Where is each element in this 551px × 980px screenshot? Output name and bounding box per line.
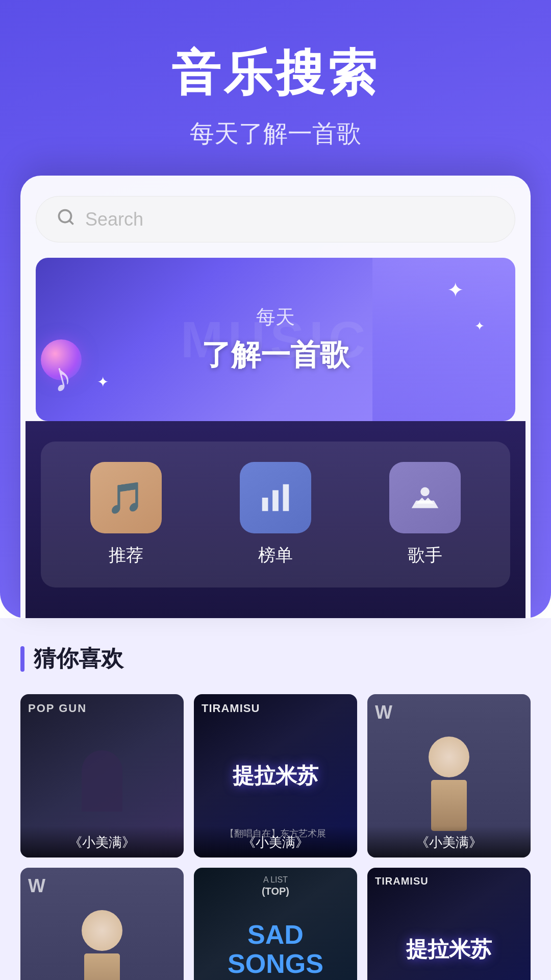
girl-figure-2	[20, 868, 184, 980]
search-icon	[57, 208, 75, 231]
svg-point-5	[421, 487, 430, 497]
sparkle-icon-3: ✦	[97, 374, 109, 390]
svg-rect-4	[283, 484, 289, 511]
song-card-overlay-2: 《小美满》	[194, 826, 357, 857]
phone-card: Search MUSIC ♪ ✦ ✦ ✦ 每天 了解一首歌 🎵	[20, 176, 531, 618]
song-card-img-4	[20, 868, 184, 980]
recommend-icon: 🎵	[90, 462, 162, 533]
tiramisu2-chinese-text: 提拉米苏	[406, 936, 492, 964]
song-card-img-5: A LIST (TOP) SADSONGS	[194, 868, 357, 980]
recommended-section: 猜你喜欢 《小美满》 提拉米苏 【翻唱自在】东方艺术展 《小美满》	[0, 618, 551, 980]
app-subtitle: 每天了解一首歌	[31, 117, 520, 150]
hero-section: 音乐搜索 每天了解一首歌 Search MUSIC ♪ ✦ ✦ ✦ 每天	[0, 0, 551, 618]
sparkle-icon-1: ✦	[447, 278, 464, 302]
song-card-img-6: 提拉米苏	[367, 868, 531, 980]
charts-icon	[240, 462, 311, 533]
categories-grid: 🎵 推荐 榜单	[41, 442, 510, 587]
song-card-3[interactable]: 《小美满》	[367, 694, 531, 857]
search-placeholder-text: Search	[85, 209, 143, 230]
search-bar[interactable]: Search	[36, 196, 515, 242]
section-title: 猜你喜欢	[34, 644, 123, 674]
dark-categories-section: 🎵 推荐 榜单	[26, 421, 525, 618]
recommend-label: 推荐	[109, 544, 143, 567]
svg-rect-2	[262, 498, 268, 511]
song-card-overlay-1: 《小美满》	[20, 826, 184, 857]
silhouette-figure	[82, 750, 122, 812]
banner-decoration	[372, 258, 515, 421]
artists-label: 歌手	[408, 544, 442, 567]
category-recommend[interactable]: 🎵 推荐	[90, 462, 162, 567]
banner-small-text: 每天	[202, 304, 349, 330]
banner-main-text: 了解一首歌	[202, 335, 349, 375]
category-charts[interactable]: 榜单	[240, 462, 311, 567]
song-card-overlay-3: 《小美满》	[367, 826, 531, 857]
banner-area: MUSIC ♪ ✦ ✦ ✦ 每天 了解一首歌	[36, 258, 515, 421]
sad-songs-title: SADSONGS	[228, 920, 323, 978]
app-title: 音乐搜索	[31, 41, 520, 107]
song-card-6[interactable]: 提拉米苏	[367, 868, 531, 980]
category-artists[interactable]: 歌手	[389, 462, 461, 567]
top-label: (TOP)	[262, 886, 289, 897]
song-title-3: 《小美满》	[373, 834, 524, 851]
list-label: A LIST	[263, 875, 288, 885]
sparkle-icon-2: ✦	[474, 319, 485, 333]
svg-line-1	[69, 220, 73, 224]
song-title-1: 《小美满》	[27, 834, 178, 851]
svg-rect-3	[272, 490, 279, 511]
charts-label: 榜单	[258, 544, 293, 567]
songs-grid-row2: A LIST (TOP) SADSONGS 提拉米苏	[20, 868, 531, 980]
section-bar-accent	[20, 646, 24, 672]
songs-grid-row1: 《小美满》 提拉米苏 【翻唱自在】东方艺术展 《小美满》	[20, 694, 531, 857]
song-card-1[interactable]: 《小美满》	[20, 694, 184, 857]
song-title-2: 《小美满》	[200, 834, 351, 851]
section-header: 猜你喜欢	[20, 644, 531, 674]
song-card-2[interactable]: 提拉米苏 【翻唱自在】东方艺术展 《小美满》	[194, 694, 357, 857]
sad-songs-text: SADSONGS	[228, 920, 323, 978]
song-card-5[interactable]: A LIST (TOP) SADSONGS	[194, 868, 357, 980]
song-card-4[interactable]	[20, 868, 184, 980]
banner-content: 每天 了解一首歌	[202, 304, 349, 375]
artists-icon	[389, 462, 461, 533]
top-badge: A LIST (TOP)	[262, 875, 289, 897]
tiramisu-chinese-text: 提拉米苏	[233, 762, 318, 790]
